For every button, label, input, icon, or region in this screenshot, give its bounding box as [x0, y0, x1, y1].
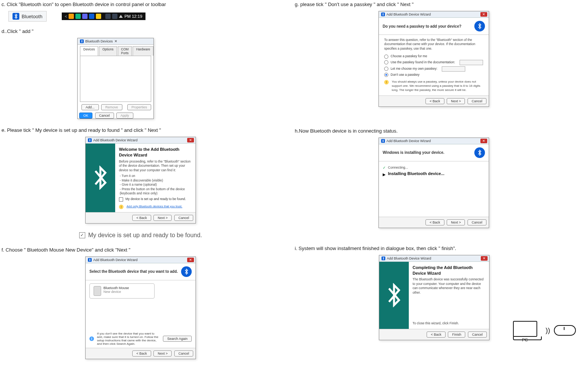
warning-icon: ! — [119, 205, 124, 209]
add-button[interactable]: Add... — [81, 104, 99, 110]
radio-own-passkey[interactable]: Let me choose my own passkey: — [384, 66, 483, 72]
wizard-heading: Welcome to the Add Bluetooth Device Wiza… — [119, 147, 192, 158]
cancel-button[interactable]: Cancel — [468, 98, 486, 104]
wizard-side-image — [379, 262, 409, 329]
window-title: Add Bluetooth Device Wizard — [93, 138, 138, 142]
check-icon: ✓ — [383, 165, 386, 170]
back-button[interactable]: < Back — [427, 332, 446, 338]
tab-comports[interactable]: COM Ports — [118, 46, 132, 56]
passkey-input[interactable] — [442, 66, 465, 72]
trust-link[interactable]: Add only Bluetooth devices that you trus… — [127, 205, 182, 209]
status-connecting: ✓Connecting... — [383, 165, 485, 170]
ok-button[interactable]: OK — [79, 113, 92, 119]
device-item-bluetooth-mouse[interactable]: Bluetooth Mouse New device — [89, 283, 155, 299]
next-button[interactable]: Next > — [153, 215, 172, 221]
search-again-button[interactable]: Search Again — [163, 336, 192, 342]
step-c-text: c. Click "Bluetooth icon" to open Blueto… — [2, 2, 280, 7]
bluetooth-devices-window: Bluetooth Devices ✕ Devices Options COM … — [77, 38, 154, 119]
window-title: Add Bluetooth Device Wizard — [386, 13, 431, 16]
bluetooth-icon — [381, 13, 385, 16]
step-d-text: d..Click " add " — [2, 28, 280, 34]
window-title: Bluetooth Devices — [85, 39, 113, 43]
device-list — [80, 56, 151, 102]
step-h-text: h.Now Bluetooth device is in connecting … — [295, 128, 573, 134]
wizard-complete: Add Bluetooth Device Wizard ✕ Completing… — [379, 255, 489, 340]
window-title: Add Bluetooth Device Wizard — [93, 258, 138, 262]
back-button[interactable]: < Back — [425, 98, 444, 104]
mouse-icon — [554, 325, 576, 336]
laptop-icon — [513, 321, 537, 337]
bluetooth-round-icon — [181, 266, 192, 277]
tray-icon — [82, 14, 88, 19]
cancel-button[interactable]: Cancel — [174, 215, 193, 221]
wizard-heading: Do you need a passkey to add your device… — [383, 24, 461, 28]
wizard-side-image — [86, 144, 115, 212]
bluetooth-icon — [13, 13, 19, 20]
tray-icon — [96, 14, 101, 19]
back-button[interactable]: < Back — [132, 215, 151, 221]
tab-hardware[interactable]: Hardware — [133, 46, 153, 56]
back-button[interactable]: < Back — [425, 219, 444, 225]
next-button[interactable]: Next > — [447, 219, 465, 225]
ready-checkbox-zoom: ✓ My device is set up and ready to be fo… — [2, 232, 280, 239]
tab-devices[interactable]: Devices — [80, 46, 98, 56]
close-icon[interactable]: ✕ — [480, 139, 487, 143]
tray-icon — [75, 14, 81, 19]
bluetooth-label: Bluetooth — [22, 14, 42, 19]
cancel-button[interactable]: Cancel — [468, 219, 486, 225]
cancel-button[interactable]: Cancel — [468, 332, 487, 338]
bluetooth-icon — [381, 139, 385, 143]
tray-icon — [69, 14, 74, 19]
bluetooth-control-panel-icon[interactable]: Bluetooth — [8, 11, 47, 22]
close-icon[interactable]: ✕ — [187, 258, 194, 262]
close-icon[interactable]: ✕ — [480, 12, 487, 17]
radio-use-doc-passkey[interactable]: Use the passkey found in the documentati… — [384, 60, 483, 65]
warning-icon: ! — [384, 80, 389, 84]
ready-checkbox[interactable]: My device is set up and ready to be foun… — [119, 197, 192, 201]
finish-button[interactable]: Finish — [448, 332, 465, 338]
bluetooth-icon — [382, 256, 385, 260]
bluetooth-round-icon — [474, 147, 485, 158]
radio-dont-use-passkey[interactable]: Don't use a passkey — [384, 73, 483, 77]
step-i-text: i. System will show installment finished… — [295, 246, 573, 251]
tabs: Devices Options COM Ports Hardware — [78, 45, 153, 56]
step-e-text: e. Please tick " My device is set up and… — [2, 127, 280, 133]
wizard-heading: Completing the Add Bluetooth Device Wiza… — [413, 265, 485, 276]
cancel-button[interactable]: Cancel — [174, 350, 193, 357]
close-icon[interactable]: ✕ — [114, 39, 117, 43]
volume-icon — [119, 15, 123, 18]
close-icon[interactable]: ✕ — [481, 256, 488, 261]
next-button[interactable]: Next > — [153, 350, 172, 357]
cancel-button[interactable]: Cancel — [95, 113, 114, 119]
properties-button[interactable]: Properties — [127, 104, 151, 110]
status-installing: ▶Installing Bluetooth device... — [383, 171, 485, 178]
bluetooth-icon — [88, 258, 92, 262]
checkbox-icon[interactable]: ✓ — [79, 232, 85, 238]
wizard-heading: Select the Bluetooth device that you wan… — [89, 269, 178, 274]
close-icon[interactable]: ✕ — [187, 138, 194, 142]
window-title: Add Bluetooth Device Wizard — [386, 139, 431, 143]
radio-choose-for-me[interactable]: Choose a passkey for me — [384, 54, 483, 58]
bluetooth-icon — [80, 39, 84, 43]
bluetooth-round-icon — [474, 21, 485, 31]
apply-button[interactable]: Apply — [116, 113, 133, 119]
tray-icon — [105, 14, 111, 19]
tab-options[interactable]: Options — [99, 46, 117, 56]
window-title: Add Bluetooth Device Wizard — [387, 256, 431, 260]
remove-button[interactable]: Remove — [101, 104, 122, 110]
passkey-input[interactable] — [460, 60, 483, 65]
wizard-welcome: Add Bluetooth Device Wizard ✕ Welcome to… — [85, 137, 196, 224]
step-f-text: f. Choose " Bluetooth Mouse New Device" … — [2, 247, 280, 253]
back-button[interactable]: < Back — [132, 350, 151, 357]
wizard-text: Before proceeding, refer to the "Bluetoo… — [119, 160, 192, 172]
system-tray[interactable]: < PM 12:19 — [62, 13, 145, 20]
bluetooth-tray-icon[interactable] — [89, 14, 94, 19]
device-icon — [94, 286, 101, 296]
arrow-icon: ▶ — [383, 172, 386, 177]
tray-clock: PM 12:19 — [124, 14, 142, 19]
signal-icon: )) — [546, 327, 550, 335]
pc-mouse-illustration: )) — [513, 321, 576, 340]
next-button[interactable]: Next > — [447, 98, 465, 104]
info-icon: i — [89, 336, 94, 341]
wizard-heading: Windows is installing your device. — [383, 150, 444, 155]
